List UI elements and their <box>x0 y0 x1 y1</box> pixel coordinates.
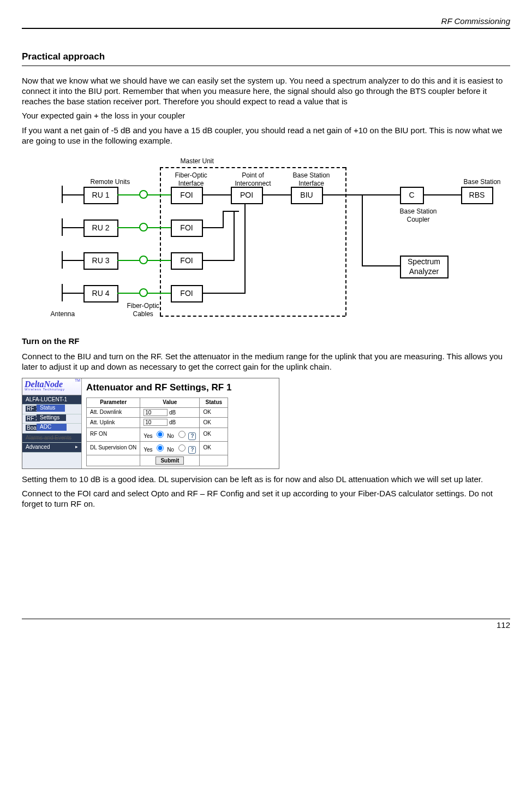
label-base-station: Base Station <box>464 178 501 186</box>
dl-sup-no-radio[interactable] <box>178 444 186 452</box>
section-heading-practical: Practical approach <box>22 51 510 66</box>
nav-item-alarms[interactable]: Alarms and Events <box>22 434 81 443</box>
logo-tm: TM <box>75 378 80 383</box>
att-uplink-input[interactable] <box>144 419 168 426</box>
box-ru3: RU 3 <box>83 252 118 270</box>
label-master-unit: Master Unit <box>181 157 214 165</box>
rf-on-yes-radio[interactable] <box>157 431 164 438</box>
nav-item-settings[interactable]: Settings <box>37 414 66 422</box>
panel-logo: DeltaNode Wireless Technology TM <box>22 378 81 395</box>
table-row: RF ON Yes No ? OK <box>87 428 228 441</box>
th-status: Status <box>200 398 228 408</box>
box-spectrum-analyzer: Spectrum Analyzer <box>400 256 449 278</box>
table-row: DL Supervision ON Yes No ? OK <box>87 441 228 455</box>
panel-nav: ALFA-LUCENT-1 RF 1 Status RF 2 Settings … <box>22 395 81 453</box>
th-parameter: Parameter <box>87 398 140 408</box>
nav-item-adc[interactable]: ADC <box>37 424 67 431</box>
label-poi: Point of Interconnect <box>235 171 271 188</box>
label-antenna: Antenna <box>51 310 75 318</box>
box-foi2: FOI <box>171 219 203 237</box>
box-poi: POI <box>231 187 263 204</box>
header-title: RF Commissioning <box>441 16 510 26</box>
box-foi3: FOI <box>171 252 203 270</box>
cell-param: RF ON <box>87 428 140 441</box>
cell-param: Att. Downlink <box>87 407 140 418</box>
body-text: Connect to the BIU and turn on the RF. S… <box>22 352 510 372</box>
body-text: If you want a net gain of -5 dB and you … <box>22 126 510 146</box>
fiber-dot-icon <box>139 223 148 232</box>
cell-status: OK <box>200 428 228 441</box>
box-rbs: RBS <box>461 187 493 204</box>
logo-tagline: Wireless Technology <box>25 388 65 392</box>
fiber-dot-icon <box>139 190 148 199</box>
fiber-dot-icon <box>139 288 148 297</box>
box-ru1: RU 1 <box>83 187 118 204</box>
help-icon[interactable]: ? <box>188 432 196 440</box>
rf-on-no-radio[interactable] <box>178 431 186 438</box>
box-foi4: FOI <box>171 285 203 302</box>
section-heading-turn-on-rf: Turn on the RF <box>22 336 510 347</box>
body-text: Connect to the FOI card and select Opto … <box>22 489 510 509</box>
label-bsc: Base Station Coupler <box>400 207 437 224</box>
att-downlink-input[interactable] <box>144 409 168 416</box>
nav-item-advanced[interactable]: Advanced <box>22 443 81 453</box>
body-text: Now that we know what we should have we … <box>22 76 510 106</box>
label-biu: Base Station Interface <box>293 171 330 188</box>
th-value: Value <box>140 398 200 408</box>
dl-sup-yes-radio[interactable] <box>157 444 164 452</box>
box-ru2: RU 2 <box>83 219 118 237</box>
page-header: RF Commissioning <box>22 16 510 29</box>
body-text: Setting them to 10 dB is a good idea. DL… <box>22 474 510 485</box>
panel-title: Attenuator and RF Settings, RF 1 <box>86 382 274 393</box>
label-remote-units: Remote Units <box>91 178 130 186</box>
label-foi: Fiber-Optic Interface <box>175 171 207 188</box>
body-text: Your expected gain + the loss in your co… <box>22 111 510 121</box>
biu-settings-panel: DeltaNode Wireless Technology TM ALFA-LU… <box>22 378 279 469</box>
table-row: Att. Uplink dB OK <box>87 418 228 428</box>
label-foc: Fiber-Optic Cables <box>127 302 159 318</box>
help-icon[interactable]: ? <box>188 446 196 454</box>
panel-main: Attenuator and RF Settings, RF 1 Paramet… <box>82 378 279 468</box>
page-footer: 112 <box>22 619 510 631</box>
page-number: 112 <box>497 620 510 630</box>
nav-item-status[interactable]: Status <box>37 405 65 412</box>
fiber-dot-icon <box>139 256 148 264</box>
box-foi1: FOI <box>171 187 203 204</box>
box-coupler: C <box>400 187 424 204</box>
box-ru4: RU 4 <box>83 285 118 302</box>
cell-status: OK <box>200 441 228 455</box>
settings-table: Parameter Value Status Att. Downlink dB … <box>86 397 228 466</box>
cell-param: DL Supervision ON <box>87 441 140 455</box>
cell-status: OK <box>200 407 228 418</box>
system-diagram: Master Unit Remote Units Fiber-Optic Int… <box>29 157 504 327</box>
box-biu: BIU <box>291 187 323 204</box>
cell-param: Att. Uplink <box>87 418 140 428</box>
nav-item-node[interactable]: ALFA-LUCENT-1 <box>22 395 81 405</box>
submit-button[interactable]: Submit <box>156 456 184 465</box>
panel-sidebar: DeltaNode Wireless Technology TM ALFA-LU… <box>22 378 82 468</box>
table-row: Att. Downlink dB OK <box>87 407 228 418</box>
cell-status: OK <box>200 418 228 428</box>
